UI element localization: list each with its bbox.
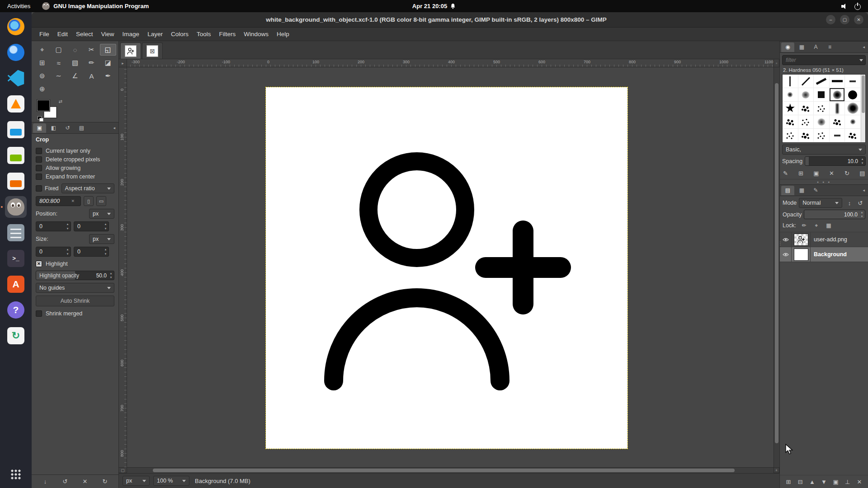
brush-swatch[interactable]: [783, 115, 798, 129]
layer-thumbnail[interactable]: [792, 247, 811, 262]
measure-tool[interactable]: ∠: [67, 70, 83, 82]
zoom-select[interactable]: 100 %: [153, 476, 189, 486]
layer-row-user-add-png[interactable]: user-add.png: [780, 232, 868, 247]
brush-swatch[interactable]: [830, 129, 845, 142]
delete-tool-preset-icon[interactable]: ✕: [80, 477, 90, 487]
free-select-tool[interactable]: ◌: [67, 44, 83, 56]
brush-swatch[interactable]: [845, 88, 861, 102]
lock-alpha-icon[interactable]: ▦: [825, 221, 833, 230]
scrollbar-thumb[interactable]: [775, 83, 778, 443]
dock-item-firefox[interactable]: [5, 16, 27, 38]
size-unit-select[interactable]: px: [89, 234, 114, 244]
raise-layer-icon[interactable]: ▲: [807, 477, 817, 487]
guides-select[interactable]: No guides: [36, 283, 114, 293]
brush-swatch[interactable]: [814, 88, 830, 102]
window-titlebar[interactable]: white_background_with_object.xcf-1.0 (RG…: [32, 12, 868, 28]
brush-swatch[interactable]: [845, 102, 861, 115]
canvas-corner-button[interactable]: ▫: [774, 59, 779, 67]
canvas-viewport[interactable]: [127, 67, 774, 467]
fixed-checkbox[interactable]: [36, 185, 42, 192]
focused-app-indicator[interactable]: GNU Image Manipulation Program: [38, 2, 153, 10]
dock-item-help[interactable]: [5, 299, 27, 321]
lower-layer-icon[interactable]: ▼: [819, 477, 829, 487]
dock-item-libreoffice-writer[interactable]: [5, 119, 27, 141]
expand-from-center-checkbox[interactable]: [36, 174, 42, 180]
brush-swatch[interactable]: [798, 129, 814, 142]
menu-layer[interactable]: Layer: [143, 28, 167, 41]
switch-mode-icon[interactable]: ↕: [844, 198, 854, 208]
tab-document-history-icon[interactable]: ≡: [823, 42, 836, 52]
refresh-brushes-icon[interactable]: ↻: [842, 169, 852, 178]
brush-grid-scrollbar[interactable]: [861, 75, 865, 142]
ruler-corner-menu-button[interactable]: ▸: [119, 59, 127, 67]
reset-tool-options-icon[interactable]: ↻: [100, 477, 110, 487]
dock-item-libreoffice-calc[interactable]: [5, 145, 27, 166]
tab-paths-icon[interactable]: ✎: [809, 186, 822, 195]
zoom-tool[interactable]: ⊕: [34, 83, 50, 95]
scrollbar-thumb[interactable]: [862, 75, 865, 113]
crop-tool[interactable]: ◱: [100, 44, 116, 56]
brush-swatch[interactable]: [830, 102, 845, 115]
minimize-button[interactable]: –: [826, 15, 835, 24]
navigation-button[interactable]: +: [774, 467, 779, 473]
anchor-layer-icon[interactable]: ⊥: [843, 477, 853, 487]
brush-swatch[interactable]: [783, 102, 798, 115]
edit-brush-icon[interactable]: ✎: [781, 169, 791, 178]
brush-group-select[interactable]: Basic,: [782, 145, 866, 155]
tab-layers-icon[interactable]: ▤: [781, 186, 794, 195]
dock-item-libreoffice-impress[interactable]: [5, 170, 27, 192]
show-apps-button[interactable]: [5, 464, 27, 485]
brush-swatch[interactable]: [783, 129, 798, 142]
delete-layer-icon[interactable]: ✕: [854, 477, 864, 487]
position-y-input[interactable]: [74, 223, 103, 230]
fixed-option-select[interactable]: Aspect ratio: [61, 183, 114, 193]
current-layer-only-checkbox[interactable]: [36, 148, 42, 154]
quick-mask-toggle[interactable]: ▢: [119, 467, 127, 473]
eraser-tool[interactable]: ◪: [100, 57, 116, 69]
smudge-tool[interactable]: ∼: [50, 70, 66, 82]
allow-growing-checkbox[interactable]: [36, 165, 42, 171]
size-width-input[interactable]: [36, 249, 65, 255]
layer-thumbnail[interactable]: [792, 232, 811, 247]
menu-edit[interactable]: Edit: [53, 28, 72, 41]
shrink-merged-checkbox[interactable]: [36, 310, 42, 317]
menu-windows[interactable]: Windows: [240, 28, 273, 41]
scissors-tool[interactable]: ✂: [83, 44, 99, 56]
clear-ratio-icon[interactable]: ✕: [71, 199, 75, 203]
menu-tools[interactable]: Tools: [193, 28, 215, 41]
activities-button[interactable]: Activities: [0, 0, 38, 12]
delete-cropped-pixels-checkbox[interactable]: [36, 156, 42, 163]
brush-swatch[interactable]: [798, 75, 814, 88]
brush-swatch[interactable]: [830, 115, 845, 129]
portrait-orientation-button[interactable]: ▯: [84, 196, 94, 206]
spinner-arrows[interactable]: [66, 223, 70, 230]
spinner-arrows[interactable]: [66, 248, 70, 255]
brush-swatch[interactable]: [814, 102, 830, 115]
spinner-arrows[interactable]: [104, 223, 108, 230]
brush-swatch[interactable]: [798, 102, 814, 115]
brush-swatch[interactable]: [798, 88, 814, 102]
aspect-ratio-input[interactable]: [36, 198, 75, 204]
image-tab-1[interactable]: [120, 42, 141, 59]
auto-shrink-button[interactable]: Auto Shrink: [36, 296, 114, 306]
image-tab-2[interactable]: ⊠: [142, 42, 163, 59]
dock-item-terminal[interactable]: [5, 248, 27, 269]
menu-file[interactable]: File: [35, 28, 53, 41]
tab-images-icon[interactable]: ▤: [75, 123, 88, 133]
brush-swatch[interactable]: [830, 75, 845, 88]
new-layer-icon[interactable]: ⊞: [783, 477, 793, 487]
brush-swatch[interactable]: [798, 115, 814, 129]
landscape-orientation-button[interactable]: ▭: [96, 196, 106, 206]
brush-swatch[interactable]: [830, 88, 845, 102]
duplicate-brush-icon[interactable]: ▣: [811, 169, 821, 178]
pencil-tool[interactable]: ✏: [83, 57, 99, 69]
menu-select[interactable]: Select: [72, 28, 97, 41]
rect-select-tool[interactable]: ▢: [50, 44, 66, 56]
panel-menu-button[interactable]: ◂: [111, 126, 117, 130]
spinner-arrows[interactable]: [109, 272, 113, 279]
restore-tool-preset-icon[interactable]: ↺: [60, 477, 70, 487]
dock-item-gimp[interactable]: [5, 196, 27, 218]
transform-tool[interactable]: ⊞: [34, 57, 50, 69]
highlight-checkbox[interactable]: [36, 261, 42, 267]
brush-swatch[interactable]: [814, 75, 830, 88]
